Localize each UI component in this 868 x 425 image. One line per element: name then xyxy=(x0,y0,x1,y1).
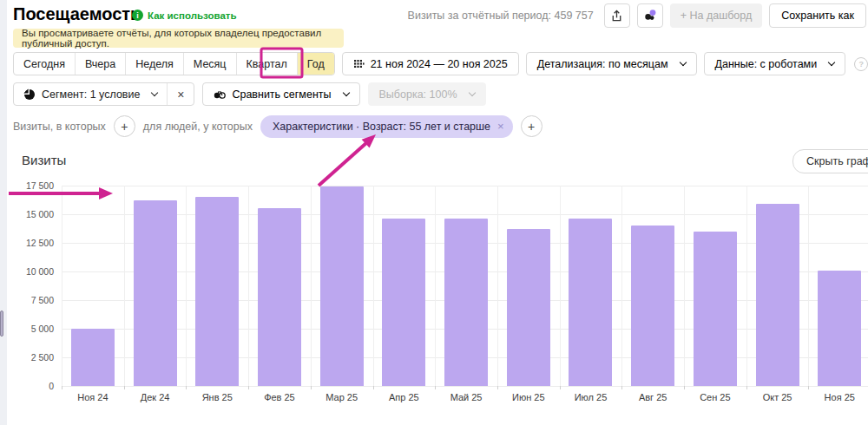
axis-tick xyxy=(435,386,436,389)
axis-tick xyxy=(746,386,747,389)
add-to-dashboard-button[interactable]: + На дашборд xyxy=(670,3,763,28)
y-axis: 02 5005 0007 50010 00012 50015 00017 500 xyxy=(0,186,54,386)
detalization-dropdown[interactable]: Детализация: по месяцам xyxy=(526,52,697,75)
tab-week[interactable]: Неделя xyxy=(125,53,183,75)
hide-chart-button[interactable]: Скрыть график xyxy=(792,149,868,173)
chart-bar[interactable] xyxy=(631,226,674,386)
gridline xyxy=(497,186,498,386)
axis-tick xyxy=(373,386,374,389)
info-icon: i xyxy=(132,10,143,21)
x-axis-label: Ноя 24 xyxy=(77,392,108,402)
axis-tick xyxy=(497,386,498,389)
x-axis-label: Окт 25 xyxy=(763,392,792,402)
data-mode-dropdown[interactable]: Данные: с роботами xyxy=(704,52,846,75)
annotation-arrow-to-chip xyxy=(319,142,367,186)
gridline xyxy=(124,186,125,386)
compare-drops-icon xyxy=(214,88,226,100)
period-controls: Сегодня Вчера Неделя Месяц Квартал Год 2… xyxy=(13,52,868,75)
filter-subject-label: для людей, у которых xyxy=(143,121,253,133)
public-access-banner: Вы просматриваете отчёты, для которых вл… xyxy=(13,29,344,48)
x-axis-label: Янв 25 xyxy=(202,392,233,402)
axis-tick xyxy=(62,386,62,389)
tab-year[interactable]: Год xyxy=(297,53,334,75)
date-range-label: 21 ноя 2024 — 20 ноя 2025 xyxy=(371,58,508,70)
age-filter-chip[interactable]: Характеристики · Возраст: 55 лет и старш… xyxy=(260,115,513,138)
period-tabs: Сегодня Вчера Неделя Месяц Квартал Год xyxy=(13,52,335,75)
chip-close-icon[interactable]: × xyxy=(497,120,504,133)
data-mode-label: Данные: с роботами xyxy=(715,58,818,70)
sampling-dropdown[interactable]: Выборка: 100% xyxy=(368,82,486,106)
page-title: Посещаемость xyxy=(13,4,141,24)
x-axis-label: Май 25 xyxy=(450,392,483,402)
x-axis-label: Апр 25 xyxy=(389,392,419,402)
help-question-icon[interactable]: ? xyxy=(854,57,868,71)
tab-today[interactable]: Сегодня xyxy=(14,53,75,75)
age-filter-chip-label: Характеристики · Возраст: 55 лет и старш… xyxy=(273,121,490,133)
axis-tick xyxy=(560,386,561,389)
x-axis-label: Фев 25 xyxy=(264,392,295,402)
axis-tick xyxy=(808,386,809,389)
x-axis-label: Мар 25 xyxy=(326,392,358,402)
gridline xyxy=(373,186,374,386)
x-axis-label: Сен 25 xyxy=(700,392,730,402)
pie-chart-icon xyxy=(23,88,36,101)
chart-bar[interactable] xyxy=(258,208,301,386)
save-as-button[interactable]: Сохранить как xyxy=(769,3,866,28)
y-axis-label: 17 500 xyxy=(0,180,54,191)
tab-quarter[interactable]: Квартал xyxy=(236,53,297,75)
gridline xyxy=(435,186,436,386)
chart-bar[interactable] xyxy=(134,200,177,387)
gridline xyxy=(311,186,312,386)
y-axis-label: 15 000 xyxy=(0,209,54,219)
metrica-widgets-button[interactable] xyxy=(637,3,663,28)
export-button[interactable] xyxy=(604,3,630,28)
chart-bar[interactable] xyxy=(694,232,737,386)
gridline xyxy=(62,186,62,386)
chart-bar[interactable] xyxy=(71,329,115,386)
axis-tick xyxy=(124,386,125,389)
detalization-label: Детализация: по месяцам xyxy=(537,58,668,70)
chart-bar[interactable] xyxy=(507,229,550,386)
visits-summary: Визиты за отчётный период: 459 757 xyxy=(408,10,594,22)
x-axis-label: Дек 24 xyxy=(141,392,170,402)
segment-label: Сегмент: 1 условие xyxy=(42,88,140,101)
x-axis-label: Июн 25 xyxy=(512,392,545,402)
filter-intro-label: Визиты, в которых xyxy=(13,121,106,133)
y-axis-label: 5 000 xyxy=(0,324,54,334)
tab-yesterday[interactable]: Вчера xyxy=(75,53,125,75)
compare-segments-dropdown[interactable]: Сравнить сегменты xyxy=(202,82,359,106)
segment-group: Сегмент: 1 условие × xyxy=(13,82,194,106)
gridline xyxy=(248,186,249,386)
chart-bar[interactable] xyxy=(569,219,612,386)
tab-month[interactable]: Месяц xyxy=(183,53,236,75)
chart-bar[interactable] xyxy=(756,204,799,386)
filter-row: Визиты, в которых + для людей, у которых… xyxy=(13,114,542,138)
chart-bar[interactable] xyxy=(320,186,364,386)
add-visit-condition-button[interactable]: + xyxy=(114,115,135,137)
y-axis-label: 12 500 xyxy=(0,238,54,248)
axis-tick xyxy=(684,386,685,389)
date-range-button[interactable]: 21 ноя 2024 — 20 ноя 2025 xyxy=(342,52,519,75)
segment-remove-button[interactable]: × xyxy=(167,83,194,105)
gridline xyxy=(808,186,809,386)
help-link[interactable]: i Как использовать xyxy=(132,10,237,21)
axis-tick xyxy=(186,386,187,389)
y-axis-label: 7 500 xyxy=(0,295,54,305)
gridline xyxy=(560,186,561,386)
header-actions: Визиты за отчётный период: 459 757 + На … xyxy=(408,3,866,28)
x-axis-label: Июл 25 xyxy=(575,392,608,402)
gridline xyxy=(621,186,622,386)
gridline xyxy=(684,186,685,386)
segment-dropdown[interactable]: Сегмент: 1 условие xyxy=(14,83,167,105)
chart-bar[interactable] xyxy=(818,271,861,386)
help-link-label: Как использовать xyxy=(148,10,237,21)
y-axis-label: 10 000 xyxy=(0,266,54,277)
chart-bar[interactable] xyxy=(444,219,488,386)
gridline xyxy=(746,186,747,386)
add-user-condition-button[interactable]: + xyxy=(521,115,542,137)
x-axis-label: Ноя 25 xyxy=(825,392,855,402)
segment-controls: Сегмент: 1 условие × Сравнить сегменты В… xyxy=(13,82,486,106)
axis-tick xyxy=(621,386,622,389)
chart-bar[interactable] xyxy=(195,197,239,386)
chart-bar[interactable] xyxy=(382,219,425,386)
